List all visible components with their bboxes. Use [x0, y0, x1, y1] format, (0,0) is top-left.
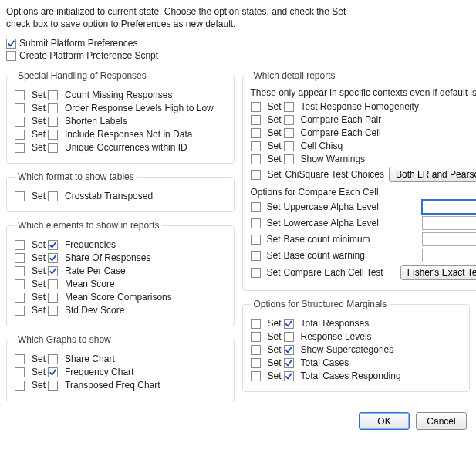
compare-test-select[interactable]: Fisher's Exact Test: [400, 265, 476, 280]
struct-marg-response-levels-set-checkbox[interactable]: [251, 332, 261, 342]
compare-lowercase-alpha-level-input[interactable]: [422, 216, 476, 230]
report-elements-mean-score-comparisons-set-checkbox[interactable]: [15, 293, 25, 303]
report-elements-legend: Which elements to show in reports: [15, 220, 162, 231]
special-handling-unique-occurrences-within-id-set-checkbox[interactable]: [15, 143, 25, 153]
compare-base-count-warning-input[interactable]: [422, 249, 476, 262]
report-elements-rate-per-case-checkbox[interactable]: [48, 266, 58, 276]
table-format-group: Which format to show tables SetCrosstab …: [6, 171, 235, 212]
detail-reports-note: These only appear in specific contexts e…: [251, 87, 477, 98]
graphs-transposed-freq-chart-label: Transposed Freq Chart: [65, 380, 160, 391]
report-elements-std-dev-score-set-text: Set: [32, 305, 46, 316]
detail-cell-chisq-checkbox[interactable]: [284, 141, 294, 151]
report-elements-mean-score-checkbox[interactable]: [48, 279, 58, 289]
graphs-share-chart-checkbox[interactable]: [48, 354, 58, 364]
special-handling-count-missing-responses-set-checkbox[interactable]: [15, 90, 25, 100]
compare-lowercase-alpha-level-set-checkbox[interactable]: [251, 218, 261, 228]
compare-test-label: Compare Each Cell Test: [284, 267, 397, 278]
create-script-checkbox[interactable]: [6, 51, 16, 61]
special-handling-order-response-levels-high-to-low-label: Order Response Levels High to Low: [65, 103, 214, 113]
struct-marg-total-responses-set-checkbox[interactable]: [251, 319, 261, 329]
detail-show-warnings-set-checkbox[interactable]: [251, 154, 261, 164]
struct-marg-total-responses-set-text: Set: [268, 318, 282, 329]
struct-marg-total-cases-set-checkbox[interactable]: [251, 358, 261, 368]
special-handling-order-response-levels-high-to-low-checkbox[interactable]: [48, 103, 58, 113]
graphs-transposed-freq-chart-checkbox[interactable]: [48, 381, 58, 391]
report-elements-rate-per-case-set-checkbox[interactable]: [15, 266, 25, 276]
struct-marg-total-cases-responding-checkbox[interactable]: [284, 371, 294, 381]
detail-compare-each-cell-checkbox[interactable]: [284, 128, 294, 138]
detail-test-response-homogeneity-checkbox[interactable]: [284, 102, 294, 112]
detail-test-response-homogeneity-label: Test Response Homogeneity: [301, 101, 419, 112]
struct-marg-show-supercategories-checkbox[interactable]: [284, 345, 294, 355]
compare-lowercase-alpha-level-label: Lowercase Alpha Level: [284, 218, 419, 228]
compare-base-count-minimum-set-text: Set: [267, 234, 281, 245]
special-handling-unique-occurrences-within-id-checkbox[interactable]: [48, 143, 58, 153]
report-elements-share-of-responses-checkbox[interactable]: [48, 253, 58, 263]
detail-compare-each-cell-set-checkbox[interactable]: [251, 128, 261, 138]
report-elements-frequencies-label: Frequencies: [65, 239, 116, 250]
detail-show-warnings-checkbox[interactable]: [284, 154, 294, 164]
submit-preferences-checkbox[interactable]: [6, 39, 16, 49]
compare-uppercase-alpha-level-set-checkbox[interactable]: [251, 202, 261, 212]
compare-base-count-warning-label: Base count warning: [284, 250, 419, 261]
report-elements-mean-score-set-text: Set: [32, 279, 46, 289]
compare-base-count-warning-set-text: Set: [267, 250, 281, 261]
struct-marg-total-cases-responding-set-checkbox[interactable]: [251, 371, 261, 381]
detail-compare-each-pair-set-checkbox[interactable]: [251, 115, 261, 125]
detail-cell-chisq-set-text: Set: [268, 140, 282, 151]
detail-compare-each-cell-label: Compare Each Cell: [301, 127, 381, 138]
report-elements-share-of-responses-label: Share Of Responses: [65, 252, 150, 263]
report-elements-std-dev-score-checkbox[interactable]: [48, 306, 58, 316]
detail-cell-chisq-set-checkbox[interactable]: [251, 141, 261, 151]
report-elements-mean-score-comparisons-checkbox[interactable]: [48, 293, 58, 303]
special-handling-count-missing-responses-set-text: Set: [32, 90, 46, 100]
graphs-share-chart-set-checkbox[interactable]: [15, 354, 25, 364]
struct-marg-total-responses-checkbox[interactable]: [284, 319, 294, 329]
detail-show-warnings-set-text: Set: [268, 154, 282, 164]
graphs-transposed-freq-chart-set-checkbox[interactable]: [15, 381, 25, 391]
special-handling-include-responses-not-in-data-set-checkbox[interactable]: [15, 130, 25, 140]
report-elements-share-of-responses-set-checkbox[interactable]: [15, 253, 25, 263]
report-elements-std-dev-score-set-checkbox[interactable]: [15, 306, 25, 316]
detail-reports-group: Which detail reports These only appear i…: [242, 70, 477, 291]
special-handling-shorten-labels-checkbox[interactable]: [48, 117, 58, 127]
struct-marg-response-levels-checkbox[interactable]: [284, 332, 294, 342]
report-elements-frequencies-set-checkbox[interactable]: [15, 240, 25, 250]
intro-text: Options are initialized to current state…: [6, 6, 470, 30]
special-handling-order-response-levels-high-to-low-set-checkbox[interactable]: [15, 103, 25, 113]
compare-base-count-minimum-set-checkbox[interactable]: [251, 235, 261, 245]
detail-compare-each-pair-checkbox[interactable]: [284, 115, 294, 125]
cancel-button[interactable]: Cancel: [416, 412, 467, 430]
special-handling-count-missing-responses-checkbox[interactable]: [48, 90, 58, 100]
structured-marginals-legend: Options for Structured Marginals: [251, 299, 390, 309]
report-elements-frequencies-checkbox[interactable]: [48, 240, 58, 250]
struct-marg-show-supercategories-label: Show Supercategories: [301, 344, 394, 355]
report-elements-std-dev-score-label: Std Dev Score: [65, 305, 124, 316]
special-handling-include-responses-not-in-data-checkbox[interactable]: [48, 130, 58, 140]
table-format-crosstab-transposed-set-checkbox[interactable]: [15, 191, 25, 201]
compare-uppercase-alpha-level-input[interactable]: [422, 200, 476, 214]
table-format-crosstab-transposed-checkbox[interactable]: [48, 191, 58, 201]
struct-marg-show-supercategories-set-checkbox[interactable]: [251, 345, 261, 355]
compare-test-set-checkbox[interactable]: [251, 268, 261, 278]
structured-marginals-group: Options for Structured Marginals SetTota…: [242, 299, 471, 392]
graphs-frequency-chart-checkbox[interactable]: [48, 367, 58, 377]
graphs-group: Which Graphs to show SetShare ChartSetFr…: [6, 334, 235, 401]
struct-marg-response-levels-label: Response Levels: [301, 331, 372, 342]
compare-base-count-minimum-input[interactable]: [422, 232, 476, 246]
detail-test-response-homogeneity-set-checkbox[interactable]: [251, 102, 261, 112]
chisq-set-checkbox[interactable]: [251, 170, 261, 180]
graphs-frequency-chart-set-checkbox[interactable]: [15, 367, 25, 377]
special-handling-shorten-labels-set-checkbox[interactable]: [15, 117, 25, 127]
ok-button[interactable]: OK: [359, 412, 410, 430]
report-elements-mean-score-set-checkbox[interactable]: [15, 279, 25, 289]
chisq-select[interactable]: Both LR and Pearson: [389, 167, 476, 182]
table-format-crosstab-transposed-label: Crosstab Transposed: [65, 191, 153, 201]
detail-compare-each-cell-set-text: Set: [268, 127, 282, 138]
struct-marg-total-cases-checkbox[interactable]: [284, 358, 294, 368]
special-handling-shorten-labels-label: Shorten Labels: [65, 116, 127, 127]
graphs-transposed-freq-chart-set-text: Set: [32, 380, 46, 391]
compare-base-count-warning-set-checkbox[interactable]: [251, 251, 261, 261]
intro-line1: Options are initialized to current state…: [6, 6, 346, 17]
graphs-frequency-chart-label: Frequency Chart: [65, 367, 133, 377]
